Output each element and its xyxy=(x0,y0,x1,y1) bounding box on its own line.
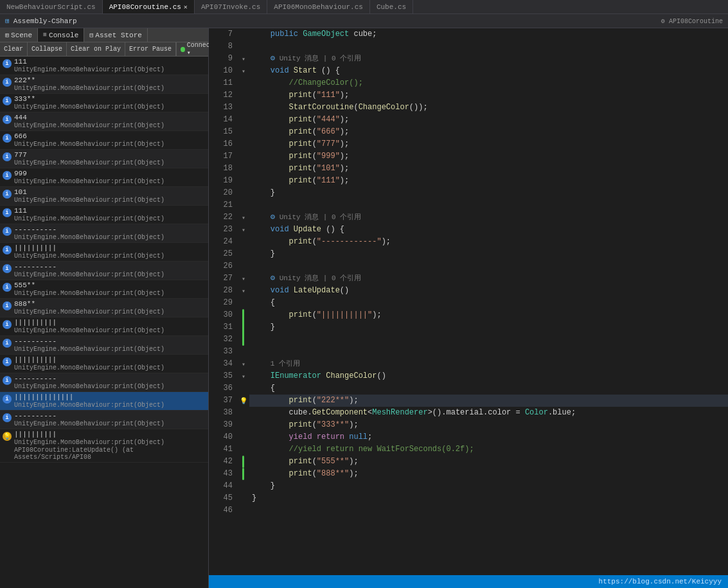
gutter-item xyxy=(238,114,249,126)
assembly-icon: ⊞ xyxy=(5,17,10,25)
console-actions: Clear Collapse Clear on Play Error Pause… xyxy=(0,42,208,57)
item-text: ---------- UnityEngine.MonoBehaviour:pri… xyxy=(14,375,164,390)
code-line-41: //yield return new WaitForSeconds(0.2f); xyxy=(249,443,728,456)
info-icon: i xyxy=(3,283,12,292)
code-line-19: print("111"); xyxy=(249,175,728,187)
console-item[interactable]: i 111 UnityEngine.MonoBehaviour:print(Ob… xyxy=(0,57,208,75)
console-item[interactable]: i |||||||||| UnityEngine.MonoBehaviour:p… xyxy=(0,355,208,373)
tab-new-behaviour[interactable]: NewBehaviourScript.cs xyxy=(0,0,103,13)
item-text: |||||||||| UnityEngine.MonoBehaviour:pri… xyxy=(14,319,164,334)
console-item[interactable]: i |||||||||| UnityEngine.MonoBehaviour:p… xyxy=(0,243,208,262)
info-icon: i xyxy=(3,376,12,385)
item-text: 666 UnityEngine.MonoBehaviour:print(Obje… xyxy=(14,132,164,148)
console-item-selected[interactable]: i |||||||||||||| UnityEngine.MonoBehavio… xyxy=(0,392,208,411)
gutter-item xyxy=(238,248,249,260)
tab-label: NewBehaviourScript.cs xyxy=(6,3,96,11)
item-text: |||||||||| UnityEngine.MonoBehaviour:pri… xyxy=(14,431,206,461)
console-item[interactable]: i 888** UnityEngine.MonoBehaviour:print(… xyxy=(0,299,208,317)
asset-store-icon: ⊟ xyxy=(89,31,93,39)
gutter-item xyxy=(238,102,249,114)
console-item[interactable]: i 444 UnityEngine.MonoBehaviour:print(Ob… xyxy=(0,112,208,131)
code-line-10: void Start () { xyxy=(249,65,728,77)
console-item-warn[interactable]: 💡 |||||||||| UnityEngine.MonoBehaviour:p… xyxy=(0,429,208,463)
gutter-item xyxy=(238,309,249,321)
code-line-18: print("101"); xyxy=(249,163,728,175)
collapse-button[interactable]: Collapse xyxy=(28,42,67,56)
gutter-item xyxy=(238,163,249,175)
collapse-button-34[interactable]: ▾ xyxy=(238,358,249,370)
tab-api06monobehaviour[interactable]: API06MonoBehaviour.cs xyxy=(267,0,370,13)
gutter-item xyxy=(238,419,249,431)
collapse-button-27[interactable]: ▾ xyxy=(238,272,249,285)
code-area[interactable]: 7 8 9 10 11 12 13 14 15 16 17 18 19 20 2… xyxy=(209,28,728,575)
item-text: 999 UnityEngine.MonoBehaviour:print(Obje… xyxy=(14,170,164,185)
collapse-button-28[interactable]: ▾ xyxy=(238,285,249,297)
info-icon: i xyxy=(3,134,12,143)
tab-label: API07Invoke.cs xyxy=(201,3,260,11)
collapse-button-22[interactable]: ▾ xyxy=(238,211,249,224)
console-item[interactable]: i ---------- UnityEngine.MonoBehaviour:p… xyxy=(0,411,208,429)
gutter-item xyxy=(238,138,249,150)
code-line-22: ⚙ Unity 消息 | 0 个引用 xyxy=(249,211,728,224)
tab-cube[interactable]: Cube.cs xyxy=(370,0,413,13)
item-text: 888** UnityEngine.MonoBehaviour:print(Ob… xyxy=(14,300,164,316)
gutter-item xyxy=(238,346,249,358)
code-line-33 xyxy=(249,346,728,358)
error-pause-button[interactable]: Error Pause xyxy=(125,42,176,56)
code-line-24: print("------------"); xyxy=(249,236,728,248)
info-icon: i xyxy=(3,190,12,199)
console-item[interactable]: i 111 UnityEngine.MonoBehaviour:print(Ob… xyxy=(0,206,208,224)
item-text: 444 UnityEngine.MonoBehaviour:print(Obje… xyxy=(14,114,164,129)
console-item[interactable]: i ---------- UnityEngine.MonoBehaviour:p… xyxy=(0,373,208,392)
gutter-item xyxy=(238,443,249,456)
info-icon: i xyxy=(3,245,12,254)
info-icon: i xyxy=(3,115,12,124)
clear-on-play-button[interactable]: Clear on Play xyxy=(67,42,125,56)
item-text: ---------- UnityEngine.MonoBehaviour:pri… xyxy=(14,263,164,278)
gutter-item xyxy=(238,236,249,248)
assembly-right-label: ⚙ API08Coroutine xyxy=(661,17,723,25)
close-icon[interactable]: ✕ xyxy=(184,3,188,11)
console-item[interactable]: i 777 UnityEngine.MonoBehaviour:print(Ob… xyxy=(0,150,208,168)
console-item[interactable]: i 222** UnityEngine.MonoBehaviour:print(… xyxy=(0,75,208,94)
tab-api07invoke[interactable]: API07Invoke.cs xyxy=(195,0,267,13)
unity-tab-asset-store[interactable]: ⊟ Asset Store xyxy=(84,28,148,42)
gutter-item: 💡 xyxy=(238,395,249,407)
gutter-item xyxy=(238,260,249,272)
gutter-item xyxy=(238,407,249,419)
collapse-button-9[interactable]: ▾ xyxy=(238,53,249,65)
code-line-20: } xyxy=(249,187,728,199)
collapse-button-35[interactable]: ▾ xyxy=(238,370,249,382)
code-line-40: yield return null; xyxy=(249,431,728,443)
console-item[interactable]: i 999 UnityEngine.MonoBehaviour:print(Ob… xyxy=(0,168,208,187)
gutter-item xyxy=(238,126,249,138)
console-item[interactable]: i 101 UnityEngine.MonoBehaviour:print(Ob… xyxy=(0,187,208,206)
info-icon: i xyxy=(3,339,12,348)
console-item[interactable]: i 666 UnityEngine.MonoBehaviour:print(Ob… xyxy=(0,131,208,150)
console-item[interactable]: i 333** UnityEngine.MonoBehaviour:print(… xyxy=(0,94,208,112)
unity-tab-console[interactable]: ≡ Console xyxy=(38,28,84,42)
code-line-8 xyxy=(249,40,728,53)
console-item[interactable]: i |||||||||| UnityEngine.MonoBehaviour:p… xyxy=(0,317,208,336)
info-icon: i xyxy=(3,78,12,87)
clear-button[interactable]: Clear xyxy=(0,42,28,56)
console-item[interactable]: i ---------- UnityEngine.MonoBehaviour:p… xyxy=(0,336,208,355)
console-item[interactable]: i ---------- UnityEngine.MonoBehaviour:p… xyxy=(0,224,208,243)
code-line-15: print("666"); xyxy=(249,126,728,138)
item-text: |||||||||| UnityEngine.MonoBehaviour:pri… xyxy=(14,356,164,371)
collapse-button-10[interactable]: ▾ xyxy=(238,65,249,77)
console-item[interactable]: i 555** UnityEngine.MonoBehaviour:print(… xyxy=(0,280,208,299)
unity-tab-scene[interactable]: ⊞ Scene xyxy=(0,28,38,42)
gutter-item xyxy=(238,504,249,517)
assembly-label: Assembly-CSharp xyxy=(13,17,77,25)
tab-api08coroutine[interactable]: API08Coroutine.cs ✕ xyxy=(103,0,195,13)
code-line-43: print("888**"); xyxy=(249,468,728,480)
code-line-35: IEnumerator ChangeColor() xyxy=(249,370,728,382)
info-icon: i xyxy=(3,152,12,161)
console-list[interactable]: i 111 UnityEngine.MonoBehaviour:print(Ob… xyxy=(0,57,208,588)
console-item[interactable]: i ---------- UnityEngine.MonoBehaviour:p… xyxy=(0,262,208,280)
collapse-button-23[interactable]: ▾ xyxy=(238,224,249,236)
code-content[interactable]: public GameObject cube; ⚙ Unity 消息 | 0 个… xyxy=(249,28,728,575)
code-line-11: //ChangeColor(); xyxy=(249,77,728,89)
code-line-14: print("444"); xyxy=(249,114,728,126)
